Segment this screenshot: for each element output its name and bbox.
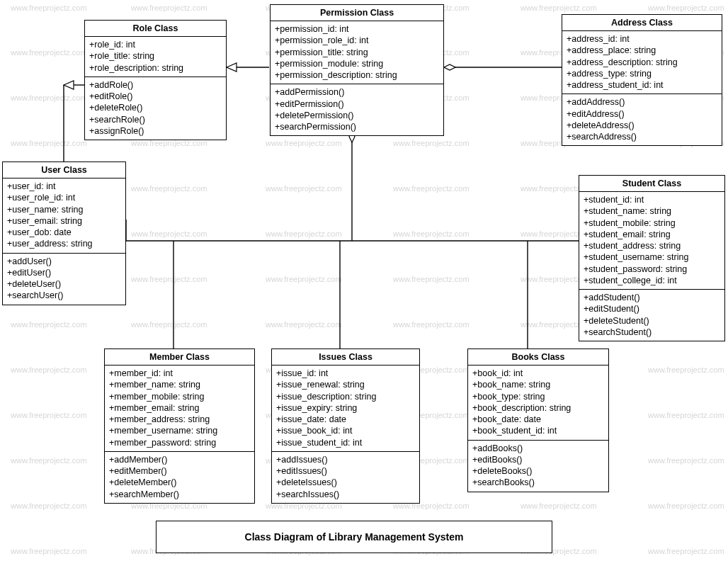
class-line: +editRole() bbox=[89, 91, 222, 102]
class-operations: +addStudent()+editStudent()+deleteStuden… bbox=[579, 290, 724, 341]
class-line: +issue_renewal: string bbox=[276, 379, 415, 390]
class-line: +issue_book_id: int bbox=[276, 425, 415, 436]
class-attributes: +book_id: int+book_name: string+book_typ… bbox=[468, 366, 608, 441]
class-line: +issue_date: date bbox=[276, 414, 415, 425]
class-title: User Class bbox=[3, 162, 125, 178]
class-line: +address_student_id: int bbox=[567, 79, 717, 91]
class-line: +editMember() bbox=[109, 465, 250, 477]
class-line: +student_email: string bbox=[584, 229, 720, 240]
class-line: +permission_role_id: int bbox=[275, 35, 439, 46]
class-line: +addAddress() bbox=[567, 96, 717, 108]
class-line: +student_id: int bbox=[584, 194, 720, 205]
class-line: +book_type: string bbox=[472, 391, 604, 402]
class-attributes: +issue_id: int+issue_renewal: string+iss… bbox=[272, 366, 419, 452]
class-line: +deleteStudent() bbox=[584, 315, 720, 327]
class-line: +editStudent() bbox=[584, 303, 720, 314]
class-line: +student_college_id: int bbox=[584, 275, 720, 286]
class-line: +assignRole() bbox=[89, 125, 222, 137]
diagram-title-box: Class Diagram of Library Management Syst… bbox=[156, 521, 552, 553]
class-line: +address_id: int bbox=[567, 33, 717, 45]
class-box-member: Member Class +member_id: int+member_name… bbox=[104, 348, 255, 504]
class-line: +user_email: string bbox=[7, 215, 121, 227]
class-line: +role_id: int bbox=[89, 39, 222, 50]
class-line: +searchPermission() bbox=[275, 121, 439, 132]
class-line: +user_id: int bbox=[7, 181, 121, 192]
class-attributes: +user_id: int+user_role_id: int+user_nam… bbox=[3, 178, 125, 254]
class-line: +searchUser() bbox=[7, 290, 121, 301]
class-line: +book_description: string bbox=[472, 402, 604, 414]
class-line: +searchStudent() bbox=[584, 327, 720, 338]
class-line: +role_description: string bbox=[89, 62, 222, 74]
class-box-student: Student Class +student_id: int+student_n… bbox=[579, 175, 725, 341]
class-line: +editUser() bbox=[7, 267, 121, 278]
class-line: +searchBooks() bbox=[472, 477, 604, 488]
class-line: +issue_student_id: int bbox=[276, 437, 415, 448]
class-attributes: +role_id: int+role_title: string+role_de… bbox=[85, 37, 226, 77]
class-line: +editBooks() bbox=[472, 454, 604, 465]
class-line: +book_id: int bbox=[472, 368, 604, 379]
class-line: +permission_description: string bbox=[275, 69, 439, 81]
class-line: +searchAddress() bbox=[567, 131, 717, 142]
class-title: Member Class bbox=[105, 349, 254, 366]
class-title: Issues Class bbox=[272, 349, 419, 366]
class-line: +permission_id: int bbox=[275, 23, 439, 35]
class-title: Books Class bbox=[468, 349, 608, 366]
class-line: +addIssues() bbox=[276, 454, 415, 465]
class-line: +user_role_id: int bbox=[7, 192, 121, 203]
class-box-books: Books Class +book_id: int+book_name: str… bbox=[467, 348, 609, 492]
class-attributes: +address_id: int+address_place: string+a… bbox=[562, 31, 722, 94]
class-attributes: +member_id: int+member_name: string+memb… bbox=[105, 366, 254, 452]
class-operations: +addRole()+editRole()+deleteRole()+searc… bbox=[85, 77, 226, 140]
class-line: +editIssues() bbox=[276, 465, 415, 477]
diagram-canvas: Role Class +role_id: int+role_title: str… bbox=[0, 0, 728, 561]
class-line: +role_title: string bbox=[89, 50, 222, 62]
class-line: +book_name: string bbox=[472, 379, 604, 390]
class-line: +deletePermission() bbox=[275, 110, 439, 121]
class-line: +deleteAddress() bbox=[567, 120, 717, 131]
class-title: Permission Class bbox=[271, 5, 443, 21]
class-box-permission: Permission Class +permission_id: int+per… bbox=[270, 4, 444, 136]
class-line: +issue_expiry: string bbox=[276, 402, 415, 414]
class-box-role: Role Class +role_id: int+role_title: str… bbox=[84, 20, 227, 140]
class-line: +member_mobile: string bbox=[109, 391, 250, 402]
class-line: +book_date: date bbox=[472, 414, 604, 425]
class-box-address: Address Class +address_id: int+address_p… bbox=[562, 14, 722, 146]
class-operations: +addMember()+editMember()+deleteMember()… bbox=[105, 452, 254, 503]
class-title: Role Class bbox=[85, 21, 226, 37]
class-line: +member_id: int bbox=[109, 368, 250, 379]
class-line: +editAddress() bbox=[567, 108, 717, 120]
class-line: +deleteIssues() bbox=[276, 477, 415, 488]
class-line: +searchMember() bbox=[109, 489, 250, 500]
class-line: +deleteRole() bbox=[89, 102, 222, 113]
class-operations: +addPermission()+editPermission()+delete… bbox=[271, 84, 443, 135]
class-line: +issue_description: string bbox=[276, 391, 415, 402]
class-line: +student_password: string bbox=[584, 264, 720, 275]
class-line: +addPermission() bbox=[275, 86, 439, 98]
class-operations: +addAddress()+editAddress()+deleteAddres… bbox=[562, 94, 722, 145]
class-line: +searchRole() bbox=[89, 114, 222, 125]
class-line: +deleteBooks() bbox=[472, 465, 604, 477]
class-line: +editPermission() bbox=[275, 98, 439, 110]
class-line: +student_address: string bbox=[584, 240, 720, 251]
class-line: +student_username: string bbox=[584, 251, 720, 263]
class-line: +addRole() bbox=[89, 79, 222, 91]
class-box-issues: Issues Class +issue_id: int+issue_renewa… bbox=[271, 348, 420, 504]
class-operations: +addIssues()+editIssues()+deleteIssues()… bbox=[272, 452, 419, 503]
class-line: +deleteUser() bbox=[7, 278, 121, 290]
class-line: +member_address: string bbox=[109, 414, 250, 425]
class-operations: +addBooks()+editBooks()+deleteBooks()+se… bbox=[468, 441, 608, 492]
class-attributes: +student_id: int+student_name: string+st… bbox=[579, 192, 724, 290]
class-line: +address_description: string bbox=[567, 57, 717, 68]
class-line: +student_name: string bbox=[584, 205, 720, 217]
class-line: +address_place: string bbox=[567, 45, 717, 56]
class-line: +book_student_id: int bbox=[472, 425, 604, 436]
class-line: +permission_module: string bbox=[275, 58, 439, 69]
class-line: +user_address: string bbox=[7, 238, 121, 249]
class-line: +member_name: string bbox=[109, 379, 250, 390]
class-line: +addStudent() bbox=[584, 292, 720, 303]
class-line: +member_username: string bbox=[109, 425, 250, 436]
class-line: +member_password: string bbox=[109, 437, 250, 448]
class-line: +addMember() bbox=[109, 454, 250, 465]
class-title: Address Class bbox=[562, 15, 722, 31]
class-line: +user_dob: date bbox=[7, 227, 121, 238]
